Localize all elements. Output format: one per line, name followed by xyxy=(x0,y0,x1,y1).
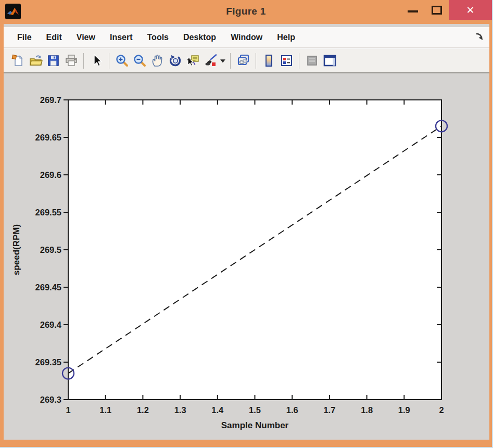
hide-plot-tools-button[interactable] xyxy=(303,52,321,70)
menu-view[interactable]: View xyxy=(69,27,103,47)
open-folder-icon xyxy=(29,54,43,68)
save-icon xyxy=(46,54,60,68)
new-document-icon xyxy=(11,54,25,68)
y-tick-label: 269.6 xyxy=(40,170,61,180)
menu-edit[interactable]: Edit xyxy=(39,27,69,47)
link-plot-button[interactable] xyxy=(234,52,252,70)
x-tick-label: 1.6 xyxy=(286,405,298,415)
y-tick-label: 269.45 xyxy=(35,283,61,292)
x-tick-label: 1.4 xyxy=(211,405,224,415)
menu-window[interactable]: Window xyxy=(223,27,270,47)
menu-tools[interactable]: Tools xyxy=(140,27,176,47)
minimize-button[interactable] xyxy=(402,0,424,20)
insert-legend-button[interactable] xyxy=(277,52,295,70)
link-plot-icon xyxy=(236,54,250,68)
zoom-in-icon xyxy=(115,54,129,68)
insert-colorbar-button[interactable] xyxy=(260,52,277,70)
cursor-arrow-icon xyxy=(90,54,104,68)
print-figure-button[interactable] xyxy=(62,52,80,70)
y-tick-label: 269.35 xyxy=(35,357,61,367)
close-button[interactable]: ✕ xyxy=(449,0,492,20)
figure-toolbar xyxy=(4,48,489,72)
chevron-down-icon xyxy=(219,57,226,65)
toolbar-separator xyxy=(256,53,256,69)
new-figure-button[interactable] xyxy=(9,52,27,70)
figure-window: Figure 1 ✕ File Edit View Insert Tools D… xyxy=(0,0,492,447)
save-figure-button[interactable] xyxy=(44,52,62,70)
pan-button[interactable] xyxy=(148,52,166,70)
x-tick-label: 1.5 xyxy=(249,405,261,415)
plot-axes[interactable]: 11.11.21.31.41.51.61.71.81.92269.3269.35… xyxy=(4,73,489,440)
figure-canvas: 11.11.21.31.41.51.61.71.81.92269.3269.35… xyxy=(4,72,489,440)
show-plot-tools-icon xyxy=(323,54,337,68)
x-tick-label: 1.2 xyxy=(137,405,149,415)
data-cursor-button[interactable] xyxy=(184,52,201,70)
menu-insert[interactable]: Insert xyxy=(103,27,140,47)
maximize-button[interactable] xyxy=(426,0,448,20)
brush-data-button[interactable] xyxy=(201,52,219,70)
zoom-in-button[interactable] xyxy=(113,52,131,70)
show-plot-tools-button[interactable] xyxy=(321,52,338,70)
open-file-button[interactable] xyxy=(27,52,44,70)
colorbar-icon xyxy=(262,54,276,68)
y-tick-label: 269.65 xyxy=(35,133,61,142)
figure-client-area: File Edit View Insert Tools Desktop Wind… xyxy=(4,24,489,440)
edit-plot-button[interactable] xyxy=(87,52,105,70)
dock-figure-arrow-icon[interactable] xyxy=(475,32,484,42)
hide-plot-tools-icon xyxy=(305,54,319,68)
rotate-3d-button[interactable] xyxy=(166,52,184,70)
menu-bar: File Edit View Insert Tools Desktop Wind… xyxy=(4,27,489,48)
hand-pan-icon xyxy=(150,54,165,68)
toolbar-separator xyxy=(299,53,299,69)
x-axis-label: Sample Number xyxy=(221,420,289,430)
data-cursor-icon xyxy=(186,54,200,68)
brush-icon xyxy=(204,54,218,68)
toolbar-separator xyxy=(83,53,84,69)
printer-icon xyxy=(64,54,78,68)
y-tick-label: 269.4 xyxy=(40,320,62,329)
y-tick-label: 269.5 xyxy=(40,245,61,254)
y-tick-label: 269.3 xyxy=(40,395,61,404)
x-tick-label: 1.7 xyxy=(323,405,335,415)
toolbar-separator xyxy=(230,53,231,69)
menu-file[interactable]: File xyxy=(10,27,39,47)
minimize-icon xyxy=(408,10,418,12)
brush-dropdown-button[interactable] xyxy=(219,52,226,70)
toolbar-separator xyxy=(109,53,109,69)
zoom-out-button[interactable] xyxy=(131,52,148,70)
x-tick-label: 1.3 xyxy=(174,405,186,415)
menu-desktop[interactable]: Desktop xyxy=(176,27,223,47)
legend-icon xyxy=(280,54,294,68)
x-tick-label: 1.8 xyxy=(361,405,373,415)
x-tick-label: 1.1 xyxy=(99,405,111,415)
zoom-out-icon xyxy=(133,54,147,68)
x-tick-label: 2 xyxy=(439,405,444,415)
y-tick-label: 269.7 xyxy=(40,95,61,105)
y-axis-label: speed(RPM) xyxy=(11,224,21,275)
x-tick-label: 1 xyxy=(66,405,70,415)
title-bar: Figure 1 ✕ xyxy=(0,0,492,24)
close-icon: ✕ xyxy=(466,4,475,16)
y-tick-label: 269.55 xyxy=(35,208,61,217)
menu-help[interactable]: Help xyxy=(270,27,302,47)
rotate-3d-icon xyxy=(168,54,182,68)
x-tick-label: 1.9 xyxy=(398,405,410,415)
maximize-icon xyxy=(432,6,442,15)
